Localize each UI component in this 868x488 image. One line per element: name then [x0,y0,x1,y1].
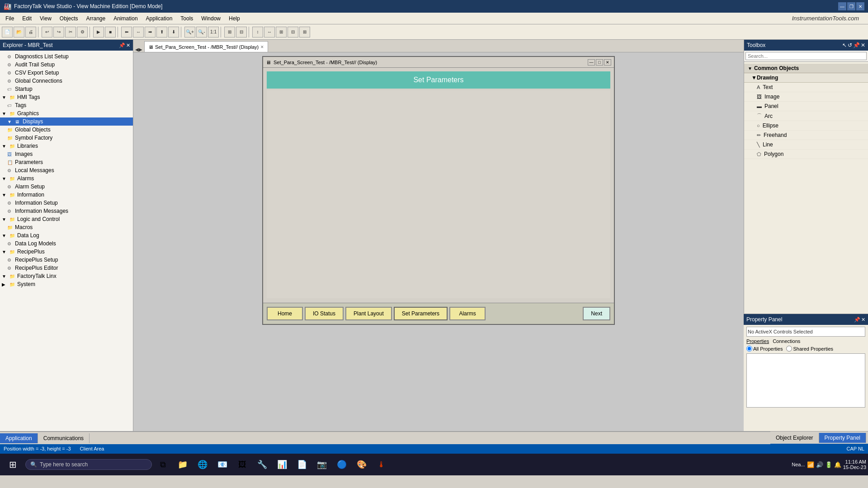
menu-edit[interactable]: Edit [19,14,35,23]
tree-item-recipeplus-setup[interactable]: ⚙RecipePlus Setup [0,256,133,264]
explorer-close-button[interactable]: ✕ [126,42,130,48]
nav-set-parameters-button[interactable]: Set Parameters [394,307,448,320]
menu-objects[interactable]: Objects [56,14,82,23]
tree-item-alarms[interactable]: ▼📁Alarms [0,174,133,183]
tree-item-data-log-models[interactable]: ⚙Data Log Models [0,239,133,248]
toolbox-close-button[interactable]: ✕ [861,42,865,48]
tree-item-global-connections[interactable]: ⚙Global Connections [0,77,133,85]
prop-tab-connections[interactable]: Connections [773,338,800,344]
toolbox-item-freehand[interactable]: ✏ Freehand [744,131,868,140]
tree-item-alarm-setup[interactable]: ⚙Alarm Setup [0,183,133,191]
prop-radio-shared-input[interactable] [786,346,792,352]
toolbox-reset-button[interactable]: ↺ [848,42,852,48]
taskbar-notification-icon[interactable]: 🔔 [834,461,841,468]
tree-item-global-objects[interactable]: 📁Global Objects [0,126,133,134]
tab-close-button[interactable]: ✕ [260,45,264,49]
tree-item-local-messages[interactable]: ⚙Local Messages [0,166,133,174]
tree-item-displays[interactable]: ▼🖥Displays [0,117,133,126]
tree-item-audit[interactable]: ⚙Audit Trail Setup [0,61,133,69]
tree-item-macros[interactable]: 📁Macros [0,223,133,231]
taskbar-app2[interactable]: 📷 [313,455,331,474]
display-canvas[interactable] [267,90,610,298]
toolbar-properties[interactable]: ⚙ [77,27,88,38]
display-close-button[interactable]: ✕ [604,59,611,66]
tree-item-logic-control[interactable]: ▼📁Logic and Control [0,215,133,223]
tree-item-graphics[interactable]: ▼📁Graphics [0,109,133,117]
next-button[interactable]: Next [583,307,610,320]
display-maximize-button[interactable]: □ [596,59,603,66]
toolbar-align-v[interactable]: ↔ [264,27,275,38]
toolbox-item-image[interactable]: 🖼 Image [744,92,868,102]
toolbar-snap[interactable]: ⊟ [236,27,247,38]
toolbox-pin-button[interactable]: 📌 [853,42,860,48]
toolbar-distribute[interactable]: ⊞ [276,27,287,38]
toolbar-align-center[interactable]: ↔ [133,27,144,38]
clock[interactable]: 11:16 AM 15-Dec-23 [843,459,866,470]
taskbar-paint[interactable]: 🎨 [353,455,371,474]
tree-item-symbol-factory[interactable]: 📁Symbol Factory [0,134,133,142]
menu-window[interactable]: Window [198,14,224,23]
toolbar-align-top[interactable]: ⬆ [156,27,167,38]
taskbar-file-explorer[interactable]: 📁 [174,455,192,474]
taskbar-chrome[interactable]: 🌐 [193,455,212,474]
taskbar-app1[interactable]: 🔧 [253,455,271,474]
tree-item-hmi-tags[interactable]: ▼📁HMI Tags [0,93,133,101]
tree-item-system[interactable]: ▶📁System [0,280,133,288]
tree-item-data-log[interactable]: ▼📁Data Log [0,231,133,239]
maximize-button[interactable]: ❐ [847,2,855,10]
bottom-tab-communications[interactable]: Communications [38,433,90,443]
menu-help[interactable]: Help [225,14,244,23]
taskbar-excel[interactable]: 📊 [273,455,291,474]
tab-nav-prev[interactable]: ◀ [135,47,139,52]
toolbox-item-line[interactable]: ╲ Line [744,140,868,150]
toolbar-space-h[interactable]: ⊟ [288,27,298,38]
taskbar-outlook[interactable]: 📧 [213,455,231,474]
tree-item-info-setup[interactable]: ⚙Information Setup [0,199,133,207]
taskbar-temp[interactable]: 🌡 [373,455,391,474]
bottom-tab-application[interactable]: Application [0,433,38,443]
toolbox-item-arc[interactable]: ⌒ Arc [744,111,868,121]
nav-alarms-button[interactable]: Alarms [449,307,486,320]
bottom-tab-object-explorer[interactable]: Object Explorer [770,433,819,443]
tree-item-recipeplus-editor[interactable]: ⚙RecipePlus Editor [0,264,133,272]
toolbar-align-left[interactable]: ⬅ [121,27,132,38]
tab-display[interactable]: 🖥 Set_Para_Screen_Test - /MBR_Test// (Di… [144,41,268,52]
taskbar-app3[interactable]: 🔵 [333,455,351,474]
close-button[interactable]: ✕ [856,2,864,10]
display-minimize-button[interactable]: — [588,59,595,66]
toolbar-zoom-100[interactable]: 1:1 [208,27,219,38]
toolbar-new[interactable]: 📄 [2,27,13,38]
toolbar-zoom-out[interactable]: 🔍- [196,27,207,38]
toolbox-item-text[interactable]: A Text [744,83,868,92]
toolbar-run[interactable]: ▶ [93,27,104,38]
tree-item-factorytalk-linx[interactable]: ▼📁FactoryTalk Linx [0,272,133,280]
tree-item-csv[interactable]: ⚙CSV Export Setup [0,69,133,77]
tree-item-information[interactable]: ▼📁Information [0,191,133,199]
taskbar-gallery[interactable]: 🖼 [233,455,251,474]
taskbar-task-view[interactable]: ⧉ [154,455,172,474]
tree-item-diagnostics[interactable]: ⚙Diagnostics List Setup [0,52,133,61]
taskbar-wifi-icon[interactable]: 📶 [807,461,814,468]
prop-radio-all-input[interactable] [746,346,752,352]
minimize-button[interactable]: — [838,2,846,10]
tree-item-parameters[interactable]: 📋Parameters [0,158,133,166]
toolbox-item-ellipse[interactable]: ○ Ellipse [744,121,868,131]
nav-io-status-button[interactable]: IO Status [305,307,344,320]
taskbar-battery-icon[interactable]: 🔋 [825,461,832,468]
taskbar-acrobat[interactable]: 📄 [293,455,311,474]
prop-radio-all[interactable]: All Properties [746,346,783,352]
toolbar-undo[interactable]: ↩ [42,27,52,38]
tree-item-images[interactable]: 🖼Images [0,150,133,158]
toolbar-open[interactable]: 📂 [14,27,24,38]
menu-view[interactable]: View [36,14,55,23]
taskbar-search[interactable]: 🔍 Type here to search [25,459,152,470]
toolbox-item-polygon[interactable]: ⬠ Polygon [744,150,868,159]
toolbar-zoom-in[interactable]: 🔍+ [184,27,195,38]
toolbar-stop[interactable]: ■ [105,27,116,38]
toolbox-section-common-objects[interactable]: ▼ Common Objects [744,64,868,73]
prop-tab-properties[interactable]: Properties [746,338,769,344]
tree-item-recipeplus[interactable]: ▼📁RecipePlus [0,248,133,256]
tree-item-libraries[interactable]: ▼📁Libraries [0,142,133,150]
toolbar-redo[interactable]: ↪ [53,27,64,38]
toolbar-align-h[interactable]: ↕ [252,27,263,38]
